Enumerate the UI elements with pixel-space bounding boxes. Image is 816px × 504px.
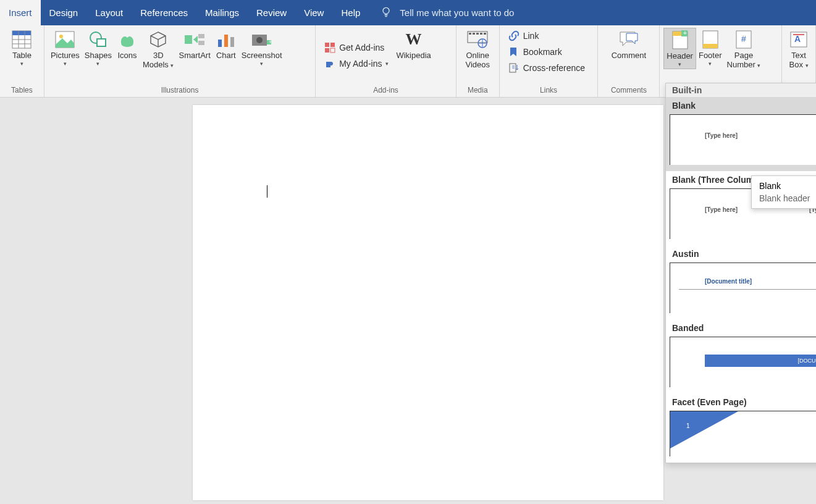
tell-me[interactable]: Tell me what you want to do xyxy=(369,0,514,25)
page-number-icon: # xyxy=(733,29,754,50)
gallery-section-title: Built-in xyxy=(666,83,816,97)
footer-icon xyxy=(700,29,721,50)
text-box-label-1: Text xyxy=(791,51,806,61)
tab-references[interactable]: References xyxy=(132,0,196,25)
video-icon xyxy=(467,29,488,50)
group-label-addins: Add-ins xyxy=(316,86,456,97)
tab-design[interactable]: Design xyxy=(41,0,87,25)
preview-page-number: 1 xyxy=(686,422,690,429)
chevron-down-icon: ▾ xyxy=(96,61,99,67)
bookmark-label: Bookmark xyxy=(523,47,562,57)
page-number-label-1: Page xyxy=(734,51,753,61)
shapes-label: Shapes xyxy=(85,51,112,61)
lightbulb-icon xyxy=(380,6,392,20)
chart-button[interactable]: Chart xyxy=(213,28,239,62)
online-videos-button[interactable]: Online Videos xyxy=(463,28,493,71)
cube-icon xyxy=(148,29,169,50)
tab-layout[interactable]: Layout xyxy=(86,0,132,25)
svg-rect-11 xyxy=(185,35,192,44)
table-icon xyxy=(11,29,32,50)
comment-button[interactable]: Comment xyxy=(609,28,649,62)
preview-placeholder: [Document title] xyxy=(705,278,752,285)
icons-button[interactable]: Icons xyxy=(114,28,140,62)
wikipedia-icon: W xyxy=(403,29,424,50)
pictures-button[interactable]: Pictures ▾ xyxy=(48,28,82,68)
footer-button[interactable]: Footer ▾ xyxy=(696,28,725,68)
svg-rect-24 xyxy=(330,48,335,52)
text-cursor xyxy=(267,185,267,198)
gallery-item-blank[interactable]: Blank [Type here] xyxy=(666,97,816,171)
link-icon xyxy=(508,30,519,41)
tab-insert[interactable]: Insert xyxy=(0,0,41,25)
tooltip-description: Blank header xyxy=(759,193,811,203)
group-label-media: Media xyxy=(456,86,499,97)
gallery-item-name: Blank xyxy=(666,101,816,114)
link-button[interactable]: Link xyxy=(507,29,586,43)
chevron-down-icon: ▾ xyxy=(20,61,23,67)
svg-rect-21 xyxy=(325,43,329,47)
tab-review[interactable]: Review xyxy=(248,0,295,25)
tab-mailings[interactable]: Mailings xyxy=(196,0,248,25)
gallery-item-name: Banded xyxy=(666,323,816,337)
tab-view[interactable]: View xyxy=(295,0,332,25)
svg-rect-22 xyxy=(330,43,335,47)
comment-label: Comment xyxy=(612,51,646,61)
svg-point-0 xyxy=(383,7,389,14)
addin-icon xyxy=(324,58,335,69)
svg-rect-28 xyxy=(476,33,479,35)
group-label-illustrations: Illustrations xyxy=(44,86,315,97)
preview-divider xyxy=(679,289,816,290)
tab-help[interactable]: Help xyxy=(332,0,369,25)
header-button[interactable]: + Header ▾ xyxy=(663,28,696,69)
footer-label: Footer xyxy=(699,51,722,61)
preview-triangle-overlay xyxy=(670,411,723,439)
store-icon xyxy=(324,42,335,53)
header-label: Header xyxy=(667,52,693,61)
cross-reference-label: Cross-reference xyxy=(523,63,585,73)
document-page[interactable] xyxy=(193,105,663,500)
svg-text:+: + xyxy=(269,39,272,45)
shapes-icon xyxy=(88,29,109,50)
svg-rect-27 xyxy=(473,33,475,35)
chevron-down-icon: ▾ xyxy=(709,61,712,67)
3d-models-button[interactable]: 3D 3D ModelsModels ▾ xyxy=(140,28,177,71)
preview-band: [DOCUME xyxy=(705,355,816,367)
svg-rect-30 xyxy=(484,33,486,35)
screenshot-button[interactable]: + Screenshot ▾ xyxy=(239,28,285,68)
preview-placeholder: [Type here] xyxy=(705,206,738,213)
svg-rect-12 xyxy=(198,34,204,38)
svg-rect-10 xyxy=(97,39,106,46)
pictures-label: Pictures xyxy=(51,51,80,61)
gallery-item-facet-even[interactable]: Facet (Even Page) 1 xyxy=(666,393,816,463)
get-addins-button[interactable]: Get Add-ins xyxy=(323,41,390,54)
page-number-button[interactable]: # Page Number ▾ xyxy=(725,28,763,71)
text-box-label-2: Box xyxy=(789,60,802,69)
preview-placeholder: [DOCUME xyxy=(798,358,817,364)
gallery-item-name: Austin xyxy=(666,249,816,262)
bookmark-icon xyxy=(508,46,519,57)
bookmark-button[interactable]: Bookmark xyxy=(507,45,586,59)
gallery-item-banded[interactable]: Banded [DOCUME xyxy=(666,319,816,393)
chevron-down-icon: ▾ xyxy=(757,62,760,69)
svg-point-8 xyxy=(59,35,63,38)
chevron-down-icon: ▾ xyxy=(385,61,389,67)
svg-rect-13 xyxy=(198,41,204,45)
smartart-label: SmartArt xyxy=(179,51,210,61)
table-label: Table xyxy=(12,51,32,61)
svg-text:+: + xyxy=(683,30,687,36)
online-videos-label-2: Videos xyxy=(466,61,490,70)
wikipedia-button[interactable]: W Wikipedia xyxy=(393,28,433,62)
smartart-button[interactable]: SmartArt xyxy=(176,28,212,62)
my-addins-button[interactable]: My Add-ins ▾ xyxy=(323,57,390,70)
group-label-comments: Comments xyxy=(598,86,659,97)
text-box-icon: A xyxy=(788,29,809,50)
svg-point-18 xyxy=(256,37,263,43)
gallery-item-austin[interactable]: Austin [Document title] xyxy=(666,245,816,319)
shapes-button[interactable]: Shapes ▾ xyxy=(82,28,114,68)
header-icon: + xyxy=(670,30,691,51)
table-button[interactable]: Table ▾ xyxy=(9,28,35,68)
cross-reference-button[interactable]: Cross-reference xyxy=(507,61,586,75)
get-addins-label: Get Add-ins xyxy=(339,43,384,52)
text-box-button[interactable]: A Text Box ▾ xyxy=(786,28,812,71)
link-label: Link xyxy=(523,31,539,41)
